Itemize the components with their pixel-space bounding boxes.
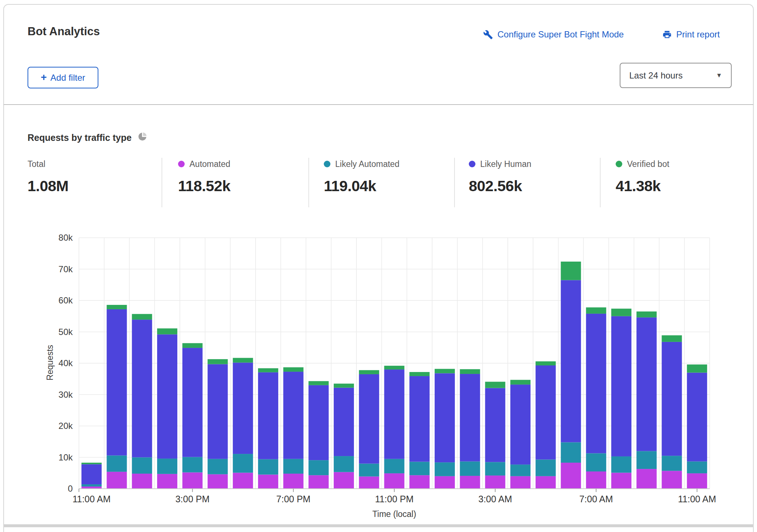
bar-1-00-AM[interactable] [435, 369, 455, 489]
bar-segment-likely_automated[interactable] [586, 453, 606, 471]
bar-segment-likely_automated[interactable] [107, 455, 127, 471]
bar-segment-verified_bot[interactable] [611, 309, 631, 316]
bar-segment-automated[interactable] [561, 463, 581, 489]
bar-segment-likely_automated[interactable] [409, 462, 430, 475]
bar-segment-likely_automated[interactable] [157, 459, 177, 474]
stat-automated[interactable]: Automated 118.52k [178, 158, 230, 195]
bar-segment-verified_bot[interactable] [460, 369, 480, 374]
bar-segment-likely_human[interactable] [233, 362, 253, 454]
configure-super-bot-fight-mode-link[interactable]: Configure Super Bot Fight Mode [483, 29, 624, 40]
bar-segment-likely_human[interactable] [586, 314, 606, 453]
bar-4-00-AM[interactable] [510, 380, 530, 489]
bar-segment-likely_human[interactable] [637, 317, 657, 451]
bar-5-00-AM[interactable] [536, 361, 556, 489]
bar-6-00-PM[interactable] [258, 368, 278, 489]
bar-10-00-AM[interactable] [662, 335, 682, 489]
bar-segment-likely_automated[interactable] [510, 464, 530, 476]
bar-segment-verified_bot[interactable] [258, 368, 278, 372]
bar-segment-verified_bot[interactable] [207, 359, 228, 364]
bar-segment-likely_human[interactable] [384, 369, 405, 459]
bar-segment-likely_human[interactable] [132, 320, 152, 457]
bar-segment-likely_human[interactable] [460, 374, 480, 462]
bar-segment-automated[interactable] [687, 473, 707, 489]
bar-segment-automated[interactable] [132, 474, 152, 489]
bar-segment-likely_human[interactable] [435, 373, 455, 462]
bar-segment-likely_automated[interactable] [485, 462, 505, 475]
bar-segment-likely_human[interactable] [687, 373, 707, 462]
bar-segment-automated[interactable] [283, 474, 304, 489]
bar-segment-automated[interactable] [258, 475, 278, 489]
stat-likely-automated[interactable]: Likely Automated 119.04k [324, 158, 399, 195]
bar-segment-likely_automated[interactable] [561, 442, 581, 463]
bar-segment-verified_bot[interactable] [233, 358, 253, 362]
bar-1-00-PM[interactable] [132, 314, 152, 489]
bar-segment-likely_human[interactable] [182, 348, 203, 457]
bar-segment-likely_human[interactable] [510, 385, 530, 464]
bar-11-00-AM[interactable] [82, 463, 102, 489]
bar-segment-automated[interactable] [308, 475, 329, 489]
bar-segment-automated[interactable] [662, 471, 682, 489]
bar-2-00-PM[interactable] [157, 328, 177, 489]
bar-segment-likely_automated[interactable] [687, 462, 707, 473]
bar-12-00-AM[interactable] [409, 372, 430, 489]
bar-segment-verified_bot[interactable] [82, 463, 102, 464]
stat-verified-bot[interactable]: Verified bot 41.38k [616, 158, 669, 195]
bar-segment-automated[interactable] [334, 472, 354, 489]
bar-segment-automated[interactable] [107, 472, 127, 489]
bar-segment-verified_bot[interactable] [586, 307, 606, 314]
bar-segment-verified_bot[interactable] [561, 262, 581, 280]
bar-6-00-AM[interactable] [561, 262, 581, 489]
bar-segment-likely_human[interactable] [485, 388, 505, 462]
bar-segment-likely_human[interactable] [157, 334, 177, 459]
bar-segment-likely_human[interactable] [207, 364, 228, 459]
bar-segment-likely_human[interactable] [308, 385, 329, 460]
bar-segment-likely_human[interactable] [536, 365, 556, 460]
bar-segment-likely_automated[interactable] [359, 464, 379, 477]
bar-segment-automated[interactable] [485, 475, 505, 489]
bar-segment-likely_automated[interactable] [132, 458, 152, 474]
bar-7-00-AM[interactable] [586, 307, 606, 489]
bar-segment-likely_automated[interactable] [182, 457, 203, 473]
bar-segment-automated[interactable] [435, 476, 455, 489]
bar-8-00-AM[interactable] [611, 309, 631, 489]
bar-segment-likely_automated[interactable] [233, 454, 253, 473]
bar-11-00-AM[interactable] [687, 364, 707, 489]
bar-10-00-PM[interactable] [359, 370, 379, 489]
bar-segment-verified_bot[interactable] [182, 343, 203, 348]
bar-segment-automated[interactable] [207, 474, 228, 489]
bar-segment-likely_human[interactable] [561, 280, 581, 442]
bar-segment-likely_automated[interactable] [611, 456, 631, 473]
bar-segment-likely_human[interactable] [359, 374, 379, 464]
bar-12-00-PM[interactable] [107, 305, 127, 489]
bar-segment-likely_automated[interactable] [258, 459, 278, 475]
bar-segment-likely_automated[interactable] [536, 459, 556, 476]
bar-segment-likely_human[interactable] [409, 376, 430, 462]
bar-3-00-PM[interactable] [182, 343, 203, 489]
bar-segment-likely_human[interactable] [611, 316, 631, 456]
bar-segment-verified_bot[interactable] [485, 382, 505, 388]
bar-3-00-AM[interactable] [485, 382, 505, 489]
bar-4-00-PM[interactable] [207, 359, 228, 489]
bar-segment-likely_human[interactable] [107, 309, 127, 455]
bar-segment-likely_human[interactable] [258, 372, 278, 459]
bar-segment-automated[interactable] [157, 474, 177, 489]
bar-9-00-PM[interactable] [334, 384, 354, 489]
bar-segment-likely_automated[interactable] [662, 456, 682, 471]
bar-segment-likely_automated[interactable] [207, 459, 228, 474]
bar-8-00-PM[interactable] [308, 381, 329, 489]
bar-9-00-AM[interactable] [637, 311, 657, 489]
bar-11-00-PM[interactable] [384, 366, 405, 489]
bar-segment-automated[interactable] [536, 476, 556, 489]
bar-segment-verified_bot[interactable] [662, 335, 682, 342]
bar-segment-verified_bot[interactable] [687, 364, 707, 372]
bar-segment-verified_bot[interactable] [107, 305, 127, 309]
bar-2-00-AM[interactable] [460, 369, 480, 489]
bar-segment-automated[interactable] [359, 477, 379, 489]
bar-segment-verified_bot[interactable] [510, 380, 530, 385]
bar-segment-verified_bot[interactable] [157, 328, 177, 334]
bar-segment-automated[interactable] [460, 476, 480, 489]
bar-segment-verified_bot[interactable] [409, 372, 430, 376]
bar-segment-likely_automated[interactable] [384, 459, 405, 473]
bar-segment-verified_bot[interactable] [334, 384, 354, 388]
bar-segment-verified_bot[interactable] [637, 311, 657, 317]
